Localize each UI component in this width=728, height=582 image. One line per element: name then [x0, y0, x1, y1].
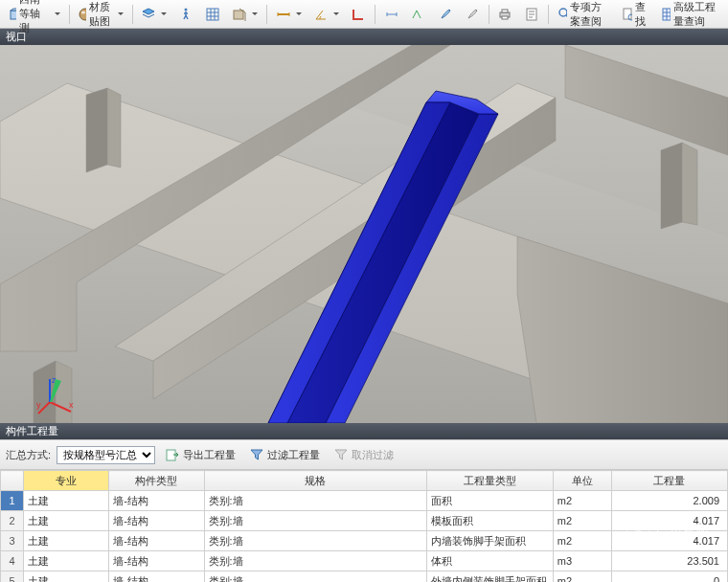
measure-dist[interactable]	[270, 2, 307, 27]
clear-filter-btn[interactable]: 取消过滤	[330, 445, 398, 464]
walk-icon	[178, 7, 193, 22]
watermark: ✦广州君和	[626, 519, 709, 542]
measure-angle[interactable]	[307, 2, 345, 27]
col-rownum[interactable]	[1, 471, 24, 491]
quantity-panel-header: 构件工程量	[0, 423, 728, 439]
export-qty-btn[interactable]: 导出工程量	[161, 445, 239, 464]
adv-qty-label: 高级工程量查询	[673, 0, 720, 29]
adv-qty-btn[interactable]: 高级工程量查询	[655, 2, 726, 27]
svg-text:x: x	[69, 400, 74, 410]
svg-rect-0	[11, 11, 16, 19]
svg-rect-4	[207, 9, 218, 20]
special-query-btn[interactable]: 专项方案查阅	[552, 2, 616, 27]
report-btn[interactable]	[518, 2, 545, 27]
viewport-header: 视口	[0, 29, 728, 45]
dimension-2[interactable]	[405, 2, 432, 27]
svg-point-10	[559, 9, 567, 16]
funnel-icon	[249, 447, 264, 462]
measure-square[interactable]	[345, 2, 372, 27]
display-mode-dropdown[interactable]: 材质贴图	[72, 2, 128, 27]
col-spec[interactable]: 规格	[204, 471, 427, 491]
tool-section[interactable]	[226, 2, 263, 27]
filter-qty-btn[interactable]: 过滤工程量	[245, 445, 324, 464]
table-row[interactable]: 2土建墙-结构类别:墙模板面积m24.017	[1, 511, 728, 531]
axis-gizmo[interactable]: y x z	[36, 375, 77, 415]
summary-mode-select[interactable]: 按规格型号汇总	[57, 446, 155, 464]
svg-marker-23	[107, 88, 121, 168]
table-header-row: 专业 构件类型 规格 工程量类型 单位 工程量	[1, 471, 728, 491]
viewport-canvas[interactable]	[0, 45, 728, 423]
svg-marker-26	[661, 143, 682, 229]
ruler-icon	[276, 7, 291, 22]
display-mode-label: 材质贴图	[89, 0, 113, 29]
layers-icon	[141, 7, 156, 22]
doc-search-icon	[621, 7, 631, 22]
grid-icon	[205, 7, 220, 22]
table-row[interactable]: 3土建墙-结构类别:墙内墙装饰脚手架面积m24.017	[1, 531, 728, 551]
brush2-icon	[465, 7, 480, 22]
svg-point-1	[80, 9, 86, 20]
viewport-3d[interactable]: y x z	[0, 45, 728, 423]
dim-horiz-icon	[384, 7, 399, 22]
tool-layers[interactable]	[135, 2, 172, 27]
svg-rect-8	[502, 16, 508, 19]
special-query-label: 专项方案查阅	[570, 0, 609, 29]
quantity-table-wrap[interactable]: 专业 构件类型 规格 工程量类型 单位 工程量 1土建墙-结构类别:墙面积m22…	[0, 470, 728, 582]
tool-grid[interactable]	[199, 2, 226, 27]
cube-icon	[8, 7, 16, 22]
quantity-panel: 汇总方式: 按规格型号汇总 导出工程量 过滤工程量 取消过滤 专业 构件类型 规…	[0, 439, 728, 582]
lookup-label: 查找	[635, 0, 650, 29]
col-qtype[interactable]: 工程量类型	[427, 471, 554, 491]
svg-marker-22	[86, 88, 107, 172]
col-unit[interactable]: 单位	[553, 471, 611, 491]
col-value[interactable]: 工程量	[611, 471, 727, 491]
svg-point-2	[81, 11, 85, 13]
print-btn[interactable]	[491, 2, 518, 27]
dimension-1[interactable]	[378, 2, 405, 27]
quantity-table: 专业 构件类型 规格 工程量类型 单位 工程量 1土建墙-结构类别:墙面积m22…	[0, 470, 728, 582]
lookup-btn[interactable]: 查找	[615, 2, 655, 27]
col-major[interactable]: 专业	[24, 471, 109, 491]
svg-rect-5	[234, 11, 243, 19]
paint-1[interactable]	[432, 2, 459, 27]
material-icon	[78, 7, 86, 22]
view-mode-dropdown[interactable]: 西南等轴测	[2, 2, 66, 27]
summary-mode-label: 汇总方式:	[6, 448, 51, 462]
report-icon	[524, 7, 539, 22]
svg-text:y: y	[36, 400, 41, 410]
brush-icon	[438, 7, 453, 22]
dim-tick-icon	[411, 7, 426, 22]
svg-marker-27	[682, 143, 697, 225]
svg-point-3	[185, 8, 188, 11]
funnel-clear-icon	[333, 447, 349, 462]
wechat-icon: ✦	[626, 519, 649, 542]
paint-2[interactable]	[459, 2, 486, 27]
printer-icon	[497, 7, 512, 22]
table-row[interactable]: 1土建墙-结构类别:墙面积m22.009	[1, 491, 728, 511]
tool-walk[interactable]	[172, 2, 199, 27]
svg-rect-11	[624, 9, 631, 19]
magnifier-icon	[557, 7, 567, 22]
main-toolbar: 西南等轴测 材质贴图 专项方案查阅 查找 高级工程量查询	[0, 0, 728, 29]
table-row[interactable]: 4土建墙-结构类别:墙体积m323.501	[1, 551, 728, 571]
angle-icon	[313, 7, 329, 22]
section-icon	[232, 7, 247, 22]
svg-line-35	[50, 402, 71, 412]
calc-icon	[661, 7, 671, 22]
col-ctype[interactable]: 构件类型	[109, 471, 204, 491]
quantity-toolbar: 汇总方式: 按规格型号汇总 导出工程量 过滤工程量 取消过滤	[0, 439, 728, 470]
table-row[interactable]: 5土建墙-结构类别:墙外墙内侧装饰脚手架面积m20	[1, 571, 728, 583]
square-icon	[351, 7, 366, 22]
export-icon	[165, 447, 180, 462]
svg-rect-7	[502, 10, 508, 12]
